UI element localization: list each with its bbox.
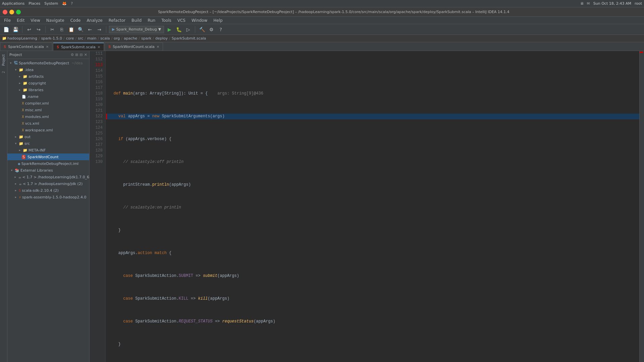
toolbar-sep2 <box>45 26 46 33</box>
code-editor[interactable]: def main(args: Array[String]): Unit = { … <box>106 51 639 362</box>
breadcrumb-item-5[interactable]: scala <box>100 36 110 41</box>
panel-settings-icon[interactable]: ⚙ <box>70 53 74 57</box>
folder-idea-icon: 📁 <box>19 68 23 72</box>
panel-close-icon[interactable]: ✕ <box>84 53 87 57</box>
menu-window[interactable]: Window <box>189 17 210 23</box>
tree-copyright[interactable]: ▸ 📁 copyright <box>7 80 89 86</box>
minimize-button[interactable] <box>9 10 14 14</box>
close-button[interactable] <box>3 10 7 14</box>
tree-modules-xml[interactable]: X modules.xml <box>7 113 89 120</box>
editor-row: Project 2 Favorites Project ⚙ ⊞ ⊟ ✕ ▾ 🏗 … <box>0 51 644 362</box>
tree-artifacts[interactable]: ▸ 📁 artifacts <box>7 73 89 80</box>
menu-vcs[interactable]: VCS <box>175 17 188 23</box>
file-vcs-icon: X <box>22 122 24 125</box>
tb-rebuild[interactable]: ⚙ <box>207 25 215 34</box>
breadcrumb-item-2[interactable]: core <box>66 36 74 41</box>
folder-artifacts-icon: 📁 <box>23 74 28 79</box>
menu-file[interactable]: File <box>1 17 13 23</box>
menu-edit[interactable]: Edit <box>14 17 27 23</box>
tb-back[interactable]: ← <box>86 25 94 34</box>
tree-iml-file[interactable]: ◆ SparkRemoteDebugPeoject.iml <box>7 160 89 167</box>
tb-help[interactable]: ? <box>217 25 225 34</box>
menu-run[interactable]: Run <box>145 17 158 23</box>
menu-build[interactable]: Build <box>129 17 144 23</box>
folder-out-label: out <box>24 135 31 139</box>
tab-sparkwordcount[interactable]: S SparkWordCount.scala ✕ <box>105 43 163 51</box>
file-iml-icon: ◆ <box>18 162 20 166</box>
tb-forward[interactable]: → <box>95 25 103 34</box>
breadcrumb-item-7[interactable]: apache <box>124 36 137 41</box>
tb-find[interactable]: 🔍 <box>76 25 85 34</box>
tb-undo[interactable]: ↩ <box>25 25 33 34</box>
tree-scala-sdk[interactable]: ▸ S scala-sdk-2.10.4 (2) <box>7 187 89 194</box>
code-line-120: case SparkSubmitAction.SUBMIT => submit(… <box>106 273 639 279</box>
tb-paste[interactable]: 📋 <box>67 25 75 34</box>
help-icon[interactable]: ? <box>71 1 73 6</box>
breadcrumb-root-icon: 📁 <box>2 36 7 41</box>
tb-cut[interactable]: ✂ <box>48 25 56 34</box>
tab-close-1[interactable]: ✕ <box>98 45 100 49</box>
tree-jdk[interactable]: ▸ ☕ < 1.7 > /hadoopLearning/jdk1.7.0_6 <box>7 174 89 180</box>
tree-idea-folder[interactable]: ▾ 📁 .idea <box>7 66 89 73</box>
tree-workspace-xml[interactable]: X workspace.xml <box>7 127 89 133</box>
panel-expand-icon[interactable]: ⊞ <box>75 53 78 57</box>
menu-refactor[interactable]: Refactor <box>106 17 128 23</box>
tree-libraries[interactable]: ▸ 📁 libraries <box>7 86 89 93</box>
breadcrumb-item-4[interactable]: main <box>87 36 96 41</box>
sys-system[interactable]: System <box>44 1 58 6</box>
sys-apps[interactable]: Applications <box>2 1 24 6</box>
breadcrumb-item-9[interactable]: deploy <box>155 36 168 41</box>
menu-analyze[interactable]: Analyze <box>84 17 105 23</box>
panel-collapse-icon[interactable]: ⊟ <box>80 53 83 57</box>
vert-tab-project[interactable]: Project <box>1 52 6 68</box>
tree-root[interactable]: ▾ 🏗 SparkRemoteDebugPeoject ~/idea <box>7 60 89 66</box>
tree-out-folder[interactable]: ▸ 📁 out <box>7 133 89 140</box>
tree-name-file[interactable]: 📄 .name <box>7 93 89 100</box>
tb-debug[interactable]: 🐛 <box>175 25 183 34</box>
tb-new[interactable]: 📄 <box>2 25 10 34</box>
code-line-115: // scalastyle:off println <box>106 159 639 165</box>
tree-src-folder[interactable]: ▾ 📁 src <box>7 140 89 147</box>
vert-tab-2[interactable]: 2 <box>1 69 6 75</box>
tree-compiler-xml[interactable]: X compiler.xml <box>7 100 89 107</box>
tab-close-2[interactable]: ✕ <box>157 45 159 49</box>
menu-tools[interactable]: Tools <box>159 17 174 23</box>
tree-sparkwordcount[interactable]: S SparkWordCount <box>7 154 89 160</box>
tree-ext-libs[interactable]: ▾ 📚 External Libraries <box>7 167 89 174</box>
breadcrumb-item-10[interactable]: SparkSubmit.scala <box>172 36 206 41</box>
code-content[interactable]: 111 112 113 114 115 116 117 118 119 120 … <box>90 51 639 362</box>
jdk-icon: ☕ <box>18 175 21 179</box>
tb-build[interactable]: 🔨 <box>198 25 206 34</box>
breadcrumb-item-1[interactable]: spark-1.5.0 <box>41 36 62 41</box>
menu-view[interactable]: View <box>28 17 43 23</box>
sys-places[interactable]: Places <box>29 1 40 6</box>
tb-save[interactable]: 💾 <box>11 25 19 34</box>
editor-area: 111 112 113 114 115 116 117 118 119 120 … <box>90 51 639 362</box>
tree-jdk2[interactable]: ▸ ☕ < 1.7 > /hadoopLearning/jdk (2) <box>7 180 89 187</box>
tb-run[interactable]: ▶ <box>165 25 173 34</box>
tab-close-0[interactable]: ✕ <box>46 45 49 49</box>
line-numbers: 111 112 113 114 115 116 117 118 119 120 … <box>90 51 106 362</box>
breadcrumb-item-6[interactable]: org <box>114 36 120 41</box>
folder-libraries-icon: 📁 <box>23 88 28 92</box>
code-line-113: val appArgs = new SparkSubmitArguments(a… <box>106 114 639 119</box>
tab-sparkcontext[interactable]: S SparkContext.scala ✕ <box>0 43 52 51</box>
tree-meta-inf[interactable]: ▸ 📁 META-INF <box>7 147 89 154</box>
tb-coverage[interactable]: ▷ <box>184 25 192 34</box>
firefox-icon[interactable]: 🦊 <box>62 1 67 6</box>
tree-spark-assembly[interactable]: ▸ ⚡ spark-assembly-1.5.0-hadoop2.4.0 <box>7 194 89 200</box>
menu-help[interactable]: Help <box>211 17 225 23</box>
breadcrumb-item-8[interactable]: spark <box>141 36 151 41</box>
tree-misc-xml[interactable]: X misc.xml <box>7 107 89 113</box>
tb-copy[interactable]: ⎘ <box>58 25 66 34</box>
menu-navigate[interactable]: Navigate <box>44 17 67 23</box>
tb-redo[interactable]: ↪ <box>35 25 43 34</box>
menu-code[interactable]: Code <box>68 17 84 23</box>
run-config-dropdown[interactable]: ▶ Spark_Remote_Debug ▼ <box>109 26 164 33</box>
tab-sparksubmit[interactable]: S SparkSubmit.scala ✕ <box>53 43 104 51</box>
tree-vcs-xml[interactable]: X vcs.xml <box>7 120 89 127</box>
maximize-button[interactable] <box>16 10 21 14</box>
breadcrumb-item-3[interactable]: src <box>78 36 83 41</box>
breadcrumb-item-0[interactable]: hadoopLearning <box>7 36 37 41</box>
tree-arrow-meta: ▸ <box>18 148 22 152</box>
